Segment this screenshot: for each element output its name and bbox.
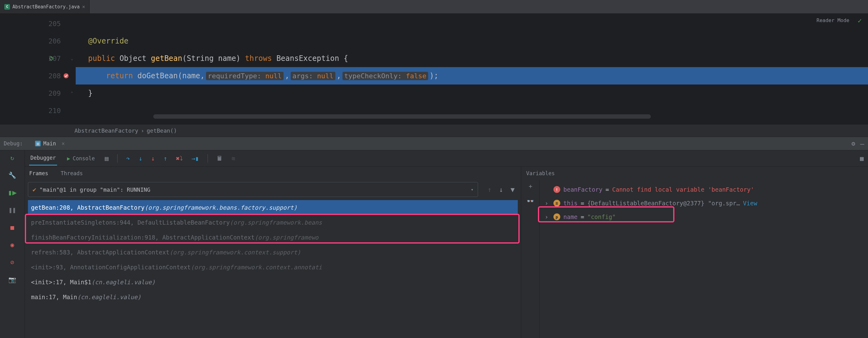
step-over-icon[interactable]: ↷ — [126, 155, 130, 162]
fold-column: ⌄ ⌃ — [68, 14, 76, 124]
gear-icon[interactable]: ⚙ — [851, 140, 855, 147]
play-icon: ▶ — [67, 155, 70, 162]
debugger-tab-row: Debugger ▶Console ▤ ↷ ↓ ↓ ↑ ✖⤵ →▮ 🖩 ≋ ▦ — [25, 150, 868, 167]
stack-frame[interactable]: getBean:208, AbstractBeanFactory (org.sp… — [28, 200, 518, 215]
stack-frame[interactable]: preInstantiateSingletons:944, DefaultLis… — [28, 215, 518, 230]
stop-icon[interactable]: ■ — [8, 223, 17, 232]
inlay-hint: args: null — [291, 72, 335, 80]
breadcrumb-item[interactable]: AbstractBeanFactory — [74, 128, 138, 134]
stack-frame[interactable]: finishBeanFactoryInitialization:918, Abs… — [28, 230, 518, 245]
inlay-hint: requiredType: null — [206, 72, 283, 80]
stack-frame[interactable]: main:17, Main (cn.eagleli.value) — [28, 289, 518, 305]
check-icon: ✔ — [33, 186, 36, 193]
tab-debugger[interactable]: Debugger — [29, 151, 57, 166]
horizontal-scrollbar[interactable] — [153, 114, 651, 119]
rerun-icon[interactable]: ↻ — [8, 153, 17, 162]
svg-point-0 — [50, 57, 53, 60]
resume-icon[interactable]: ▮▶ — [8, 188, 17, 197]
code-token: (name, — [178, 72, 205, 80]
line-number: 210 — [49, 107, 61, 115]
step-out-icon[interactable]: ↑ — [163, 155, 167, 162]
code-token: , — [285, 72, 289, 80]
fold-handle-icon[interactable]: ⌄ — [68, 50, 76, 67]
variable-kind-icon: ! — [553, 186, 560, 193]
stack-frame[interactable]: <init>:17, Main$1 (cn.eagleli.value) — [28, 275, 518, 289]
step-into-icon[interactable]: ↓ — [139, 155, 143, 162]
close-icon[interactable]: × — [61, 140, 64, 147]
pause-icon[interactable]: ❚❚ — [8, 206, 17, 214]
code-token: , — [337, 72, 341, 80]
variable-row[interactable]: !beanFactory = Cannot find local variabl… — [543, 183, 865, 196]
thread-label: "main"@1 in group "main": RUNNING — [39, 187, 468, 193]
variable-row[interactable]: ›pname = "config" — [543, 210, 865, 224]
drop-frame-icon[interactable]: ✖⤵ — [176, 155, 183, 162]
variables-list[interactable]: !beanFactory = Cannot find local variabl… — [540, 180, 868, 338]
frames-list[interactable]: getBean:208, AbstractBeanFactory (org.sp… — [25, 199, 521, 338]
variable-row[interactable]: ›≡this = {DefaultListableBeanFactory@237… — [543, 196, 865, 210]
debug-toolwindow-header: Debug: ▣ Main × ⚙ — — [0, 137, 868, 150]
editor-tab[interactable]: C AbstractBeanFactory.java × — [0, 0, 90, 13]
line-number: 206 — [49, 37, 61, 45]
variable-kind-icon: ≡ — [553, 200, 560, 206]
line-number: 209 — [49, 89, 61, 97]
thread-dump-icon[interactable]: 📷 — [8, 275, 17, 284]
code-token: ); — [429, 72, 438, 80]
subtab-frames[interactable]: Frames — [29, 170, 48, 176]
code-token: doGetBean — [137, 72, 178, 80]
previous-frame-icon[interactable]: ↑ — [487, 186, 491, 194]
view-link[interactable]: View — [743, 200, 757, 206]
line-number: 208 — [49, 72, 61, 80]
editor-tab-bar: C AbstractBeanFactory.java × — [0, 0, 868, 14]
java-class-icon: C — [4, 4, 10, 10]
trace-current-stream-icon[interactable]: ≋ — [231, 155, 235, 162]
expand-icon[interactable]: › — [545, 214, 550, 220]
layout-settings-icon[interactable]: ▦ — [860, 155, 864, 162]
variables-header: Variables — [521, 167, 868, 180]
frames-sub-tabs: Frames Threads — [25, 167, 521, 180]
code-token: getBean — [151, 54, 182, 63]
breadcrumb-item[interactable]: getBean() — [147, 128, 177, 134]
chevron-down-icon[interactable]: ▾ — [471, 187, 473, 192]
expand-icon[interactable]: › — [545, 200, 550, 206]
line-number: 205 — [49, 20, 61, 28]
new-watch-icon[interactable]: ＋ — [527, 182, 534, 191]
subtab-threads[interactable]: Threads — [61, 170, 83, 176]
variables-toolbar: ＋ 👓 — [521, 180, 540, 338]
filter-icon[interactable]: ▼ — [510, 186, 515, 194]
tab-filename: AbstractBeanFactory.java — [12, 4, 80, 10]
code-token: BeansException { — [276, 54, 348, 63]
variable-kind-icon: p — [553, 214, 560, 220]
show-watches-icon[interactable]: 👓 — [526, 197, 534, 205]
stack-frame[interactable]: refresh:583, AbstractApplicationContext … — [28, 245, 518, 260]
close-icon[interactable]: × — [82, 4, 85, 10]
thread-selector[interactable]: ✔ "main"@1 in group "main": RUNNING ▾ — [28, 182, 478, 197]
run-configuration[interactable]: ▣ Main × — [35, 140, 64, 147]
modify-run-config-icon[interactable]: 🔧 — [8, 171, 17, 179]
breakpoint-verified-icon[interactable] — [63, 73, 69, 79]
next-frame-icon[interactable]: ↓ — [499, 186, 503, 194]
run-to-cursor-icon[interactable]: →▮ — [191, 155, 199, 162]
layout-icon[interactable]: ▤ — [105, 155, 108, 162]
reader-mode-check-icon[interactable]: ✓ — [858, 17, 862, 25]
view-breakpoints-icon[interactable]: ◉ — [8, 241, 17, 249]
run-config-name: Main — [43, 140, 56, 147]
code-token: public — [88, 54, 115, 63]
mute-breakpoints-icon[interactable]: ⊘ — [8, 258, 17, 266]
minimize-icon[interactable]: — — [860, 140, 864, 147]
stack-frame[interactable]: <init>:93, AnnotationConfigApplicationCo… — [28, 260, 518, 275]
svg-point-1 — [64, 73, 68, 78]
inlay-hint: typeCheckOnly: false — [342, 72, 428, 80]
code-token: (String name) — [182, 54, 241, 63]
code-token: } — [88, 89, 92, 97]
code-token: throws — [245, 54, 272, 63]
evaluate-expression-icon[interactable]: 🖩 — [217, 155, 223, 162]
code-editor[interactable]: 205 206 207 208 209 210 ⌄ ⌃ Reader Mode … — [0, 14, 868, 124]
tab-console[interactable]: ▶Console — [66, 151, 96, 165]
vcs-change-icon — [49, 56, 53, 61]
reader-mode-label[interactable]: Reader Mode — [816, 18, 849, 23]
code-token: return — [106, 72, 133, 80]
debug-side-toolbar: ↻ 🔧 ▮▶ ❚❚ ■ ◉ ⊘ 📷 — [0, 150, 25, 338]
force-step-into-icon[interactable]: ↓ — [151, 155, 155, 162]
breadcrumb[interactable]: AbstractBeanFactory › getBean() — [0, 124, 868, 137]
fold-handle-icon[interactable]: ⌃ — [68, 84, 76, 102]
